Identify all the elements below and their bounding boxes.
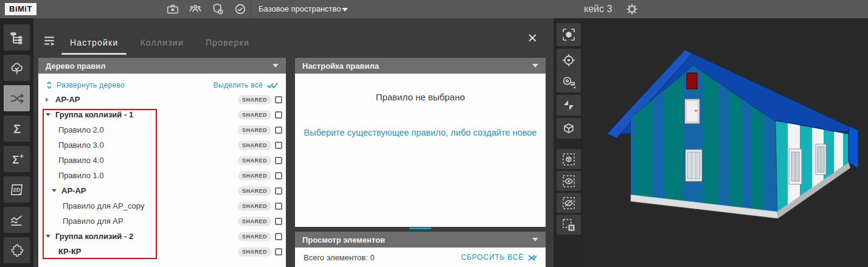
svg-text:+: + [19,151,24,160]
reset-all-label: СБРОСИТЬ ВСЁ [461,253,524,262]
tree-row[interactable]: Правило 1.0 SHARED [38,168,286,183]
app-logo: BiMiT [5,3,36,15]
expand-tree-link[interactable]: Развернуть дерево [46,81,125,89]
tree-row[interactable]: Правило для АР_copy SHARED [38,198,286,213]
tree-row[interactable]: Правило 3.0 SHARED [38,137,286,153]
application-window: BiMiT [0,0,868,267]
expander-expanded-icon[interactable] [52,189,61,192]
row-checkbox[interactable] [275,172,282,179]
viewport-3d[interactable] [583,18,868,267]
sigma-plus-icon[interactable]: Σ + [4,146,30,172]
rule-empty-hint[interactable]: Выберите существующее правило, либо созд… [295,128,546,137]
row-checkbox[interactable] [275,233,282,240]
shared-badge: SHARED [238,232,271,241]
isolate-box-icon[interactable] [557,149,581,169]
row-checkbox[interactable] [275,187,282,195]
tab-settings[interactable]: Настройки [61,33,127,55]
expand-tree-label: Развернуть дерево [57,81,125,89]
reset-all-link[interactable]: СБРОСИТЬ ВСЁ [461,253,537,262]
expander-expanded-icon[interactable] [46,235,55,238]
panel-resize-handle[interactable] [409,227,431,229]
rule-settings-panel: Настройка правила Правило не выбрано Выб… [295,58,546,227]
workspace-selector[interactable]: Базовое пространство [259,0,341,18]
tape-measure-icon[interactable] [557,72,581,92]
tree-row-label: Правило для АР_copy [63,201,144,210]
rule-settings-body: Правило не выбрано Выберите существующее… [295,74,546,227]
target-icon[interactable] [557,49,581,72]
shield-clock-icon[interactable] [210,2,225,16]
tree-row[interactable]: АР-АР SHARED [38,92,286,107]
rule-empty-title: Правило не выбрано [295,74,546,102]
shared-badge: SHARED [238,186,271,195]
total-elements-label: Всего элементов: 0 [304,253,375,262]
top-bar-separator [251,0,251,18]
rules-tree-header[interactable]: Дерево правил [38,58,286,74]
tree-row[interactable]: АР-АР SHARED [38,183,286,198]
rules-tree-toolbar: Развернуть дерево Выделить всё [38,74,286,91]
briefcase-icon[interactable] [165,2,180,16]
show-eye-icon[interactable] [557,171,581,191]
house-roof-fascia [849,126,858,168]
collapse-caret-icon[interactable] [273,64,279,68]
house-side-window [789,149,802,184]
shared-badge: SHARED [238,110,271,119]
tree-row[interactable]: Правило для АР SHARED [38,213,286,229]
tree-row[interactable]: Группа коллизий - 1 SHARED [38,107,286,122]
row-checkbox[interactable] [275,203,282,210]
rules-tree-panel: Дерево правил Развернуть дерево Выделить… [38,58,286,267]
collision-workspace: Настройки Коллизии Проверки ✕ Дерево пра… [33,18,554,267]
collapse-caret-icon[interactable] [532,238,538,241]
clear-selection-icon[interactable] [557,215,581,235]
tree-row[interactable]: Правило 2.0 SHARED [38,122,286,137]
tree-row-label: АР-АР [61,186,86,195]
shared-badge: SHARED [238,140,271,150]
chevron-down-icon[interactable] [342,8,348,12]
house-side-window [816,144,826,175]
row-checkbox[interactable] [275,157,282,164]
elements-view-body: Всего элементов: 0 СБРОСИТЬ ВСЁ [295,248,546,267]
trend-lines-icon[interactable] [4,207,30,233]
shuffle-icon[interactable] [4,85,30,111]
tab-checks[interactable]: Проверки [197,33,258,55]
row-checkbox[interactable] [275,248,282,255]
select-all-link[interactable]: Выделить всё [214,81,279,89]
hide-eye-icon[interactable] [557,193,581,213]
tree-row-label: Правило 2.0 [58,125,104,134]
section-plane-icon[interactable] [557,95,581,116]
tree-row-label: АР-АР [55,95,80,104]
cloud-tree-icon[interactable] [4,55,30,81]
elements-view-header[interactable]: Просмотр элементов [295,232,546,248]
close-icon[interactable]: ✕ [527,32,538,45]
tree-row[interactable]: КР-КР SHARED [38,244,286,259]
rule-settings-header[interactable]: Настройка правила [295,58,546,74]
hierarchy-tree-icon[interactable] [4,24,30,50]
users-icon[interactable] [188,2,203,16]
sigma-icon[interactable]: Σ [4,116,30,142]
focus-hexagon-icon[interactable] [557,23,581,46]
tab-collisions[interactable]: Коллизии [131,33,192,55]
case-label: кейс 3 [584,0,612,18]
gear-icon[interactable] [625,2,639,16]
row-checkbox[interactable] [275,111,282,119]
menu-arrow-icon[interactable] [43,35,57,47]
expander-collapsed-icon[interactable] [46,97,55,102]
collapse-caret-icon[interactable] [532,64,538,68]
expander-expanded-icon[interactable] [46,113,55,116]
expand-tree-icon [46,81,53,89]
reset-cross-icon [527,254,537,262]
row-checkbox[interactable] [275,127,282,134]
tree-row[interactable]: Группа коллизий - 2 SHARED [38,229,286,244]
top-bar: BiMiT [0,0,868,18]
svg-text:2D: 2D [13,187,20,193]
check-circle-icon[interactable] [233,2,248,16]
tree-row-label: Правило 3.0 [58,140,104,150]
section-box-icon[interactable] [557,118,581,139]
row-checkbox[interactable] [275,218,282,225]
elements-view-title: Просмотр элементов [302,235,532,244]
2d-view-icon[interactable]: 2D [4,176,30,203]
puzzle-icon[interactable] [4,237,30,263]
row-checkbox[interactable] [275,142,282,149]
tree-row[interactable]: Правило 4.0 SHARED [38,153,286,168]
row-checkbox[interactable] [275,96,282,103]
shared-badge: SHARED [238,247,271,256]
